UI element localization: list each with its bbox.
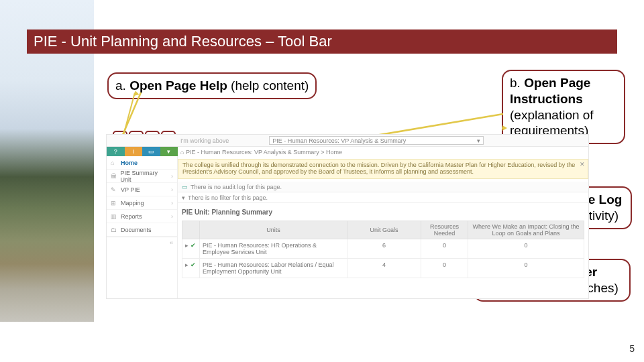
pencil-icon: ✎ [111,186,117,193]
sidebar-item-documents[interactable]: 🗀 Documents [107,223,177,237]
table-row[interactable]: ▸✔ PIE - Human Resources: HR Operations … [182,239,584,259]
info-icon: i [133,148,134,155]
sidebar-item-label: Home [121,160,138,166]
context-dropdown[interactable]: PIE - Human Resources: VP Analysis & Sum… [269,136,484,145]
slide-title: PIE - Unit Planning and Resources – Tool… [34,33,332,50]
breadcrumb: PIE - Human Resources: VP Analysis & Sum… [180,149,342,156]
callout-a-rest: (help content) [227,78,309,93]
reports-icon: ▥ [111,213,117,220]
callout-b-key: b. [510,76,521,90]
planning-summary-table: Units Unit Goals Resources Needed Where … [182,221,584,278]
col-resources: Resources Needed [421,221,468,239]
sidebar-item-home[interactable]: ⌂ Home [107,156,177,170]
info-banner-text: The college is unified through its demon… [182,162,575,175]
col-goals: Unit Goals [347,221,421,239]
cell-unit: PIE - Human Resources: HR Operations & E… [200,239,347,259]
sidebar-item-summary[interactable]: 🏛 PIE Summary Unit › [107,170,177,183]
cell-loop: 0 [468,239,584,259]
sidebar-item-vp-pie[interactable]: ✎ VP PIE › [107,183,177,196]
home-icon: ⌂ [111,160,117,166]
audit-text: There is no audit log for this page. [191,184,282,190]
sidebar-item-label: Mapping [121,200,144,206]
callout-b-bold: Open Page Instructions [510,76,590,106]
page-tool-buttons: ? i ▭ ▾ [107,147,178,156]
filter-icon: ▾ [182,194,185,201]
audit-row: ▭ There is no audit log for this page. [178,182,588,192]
table-row[interactable]: ▸✔ PIE - Human Resources: Labor Relation… [182,259,584,278]
sidebar-item-mapping[interactable]: ⊞ Mapping › [107,196,177,210]
chevron-down-icon: ▾ [477,137,480,144]
sidebar: ⌂ Home 🏛 PIE Summary Unit › ✎ VP PIE › ⊞… [107,156,178,298]
row-expand[interactable]: ▸✔ [182,239,200,259]
chevron-right-icon: › [171,200,173,206]
col-blank [182,221,200,239]
slide-title-bar: PIE - Unit Planning and Resources – Tool… [27,29,617,54]
callout-a-key: a. [115,78,126,93]
cell-goals: 6 [347,239,421,259]
home-icon [180,149,186,156]
grid-icon: ⊞ [111,200,117,206]
chevron-right-icon: › [171,186,173,193]
chevron-right-icon: › [171,213,173,220]
instructions-button[interactable]: i [125,147,143,156]
breadcrumb-text: PIE - Human Resources: VP Analysis & Sum… [186,149,342,156]
topbar-label: I'm working above [180,137,229,144]
cell-res: 0 [421,239,468,259]
collapse-icon: « [170,239,173,246]
section-title: PIE Unit: Planning Summary [178,208,272,216]
row-expand[interactable]: ▸✔ [182,259,200,278]
callout-a-bold: Open Page Help [129,78,227,93]
close-icon[interactable]: ✕ [580,161,585,168]
audit-icon: ▭ [182,184,188,190]
sidebar-item-reports[interactable]: ▥ Reports › [107,210,177,223]
cell-res: 0 [421,259,468,278]
filter-text: There is no filter for this page. [188,194,268,201]
col-loop: Where We Make an Impact: Closing the Loo… [468,221,584,239]
app-screenshot: I'm working above PIE - Human Resources:… [106,134,589,299]
sidebar-item-label: Reports [121,213,142,220]
callout-b-rest: (explanation of requirements) [510,108,594,138]
folder-icon: 🗀 [111,227,117,233]
callout-b: b. Open Page Instructions (explanation o… [502,70,625,144]
col-units: Units [200,221,347,239]
sidebar-collapse[interactable]: « [107,237,177,247]
help-button[interactable]: ? [107,147,125,156]
context-dropdown-value: PIE - Human Resources: VP Analysis & Sum… [272,137,406,144]
chevron-right-icon: › [171,173,173,180]
cell-unit: PIE - Human Resources: Labor Relations /… [200,259,347,278]
log-icon: ▭ [148,148,154,155]
bank-icon: 🏛 [111,173,117,180]
filter-row: ▾ There is no filter for this page. [178,192,588,203]
filter-icon: ▾ [167,148,170,155]
app-topbar: I'm working above PIE - Human Resources:… [107,135,588,147]
cell-goals: 4 [347,259,421,278]
page-number: 5 [629,343,635,354]
sidebar-item-label: PIE Summary Unit [121,170,168,183]
cell-loop: 0 [468,259,584,278]
info-banner: The college is unified through its demon… [178,159,588,179]
sidebar-item-label: Documents [121,227,152,233]
filter-button[interactable]: ▾ [160,147,178,156]
sidebar-item-label: VP PIE [121,186,140,193]
help-icon: ? [114,148,117,155]
arrow-b [502,127,503,129]
log-button[interactable]: ▭ [142,147,160,156]
